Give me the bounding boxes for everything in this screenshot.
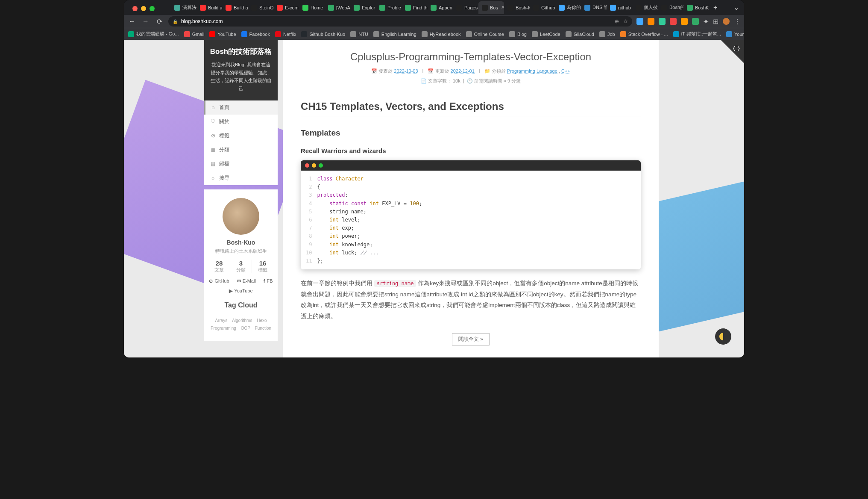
tagcloud: Arrays Algorithms Hexo Programming OOP F… <box>208 317 273 332</box>
browser-tab[interactable]: github <box>607 1 632 14</box>
ext-icon[interactable] <box>659 18 666 25</box>
tag[interactable]: Hexo <box>257 318 267 323</box>
code-content[interactable]: class Character { protected: static cons… <box>317 175 422 265</box>
browser-tab[interactable]: BoshK <box>683 1 709 14</box>
new-tab-button[interactable]: + <box>709 4 721 12</box>
tag[interactable]: Function <box>255 326 271 331</box>
ext-icon[interactable] <box>648 18 654 25</box>
bookmark-item[interactable]: Gmail <box>184 31 205 37</box>
github-icon[interactable]: ⎔ <box>733 44 740 53</box>
profile-link[interactable]: f FB <box>264 278 273 284</box>
profile-link[interactable]: ▶ YouTube <box>229 288 252 294</box>
star-icon[interactable]: ☆ <box>623 18 628 24</box>
lock-icon: 🔒 <box>173 19 178 24</box>
bookmark-item[interactable]: YouTube <box>209 31 236 37</box>
site-title[interactable]: Bosh的技術部落格 <box>209 47 273 56</box>
browser-tab[interactable]: Home <box>299 1 325 14</box>
browser-tab[interactable]: Build a <box>196 1 222 14</box>
bookmark-item[interactable]: Netflix <box>275 31 296 37</box>
bookmark-item[interactable]: Facebook <box>241 31 270 37</box>
tag[interactable]: Arrays <box>215 318 227 323</box>
read-more-button[interactable]: 閱讀全文 » <box>452 333 490 345</box>
browser-tab[interactable]: Build a <box>222 1 248 14</box>
window-controls[interactable] <box>132 6 155 11</box>
browser-tab[interactable]: DNS 管 <box>581 1 607 14</box>
close-tab-icon[interactable]: ✕ <box>501 5 504 10</box>
reload-button[interactable]: ⟳ <box>155 18 164 26</box>
bookmark-item[interactable]: English Learning <box>373 31 416 37</box>
sidebar-nav-item[interactable]: ▤歸檔 <box>204 157 278 171</box>
browser-tab[interactable]: Find th <box>402 1 427 14</box>
sidebar-nav-item[interactable]: ♡關於 <box>204 115 278 129</box>
extensions-icon[interactable]: ✦ <box>703 18 709 26</box>
heading-1: CH15 Templates, Vectors, and Exceptions <box>301 100 641 116</box>
profile-tagline: 轉職路上的土木系碩班生 <box>208 248 273 254</box>
browser-tab[interactable]: 演算法 <box>171 1 196 14</box>
profile-link[interactable]: ✉ E-Mail <box>237 278 256 284</box>
back-button[interactable]: ← <box>127 18 137 25</box>
bookmark-item[interactable]: 我的雲端硬碟 - Go... <box>128 31 179 37</box>
line-numbers: 1234567891011 <box>301 175 317 265</box>
corner-ribbon[interactable] <box>721 40 744 63</box>
post-title[interactable]: Cplusplus-Programming-Templates-Vector-E… <box>301 51 641 63</box>
browser-tab[interactable]: Github <box>530 1 555 14</box>
toolbar: ← → ⟳ 🔒 blog.boshkuo.com ⊕ ☆ ✦ ⊞ ⋮ <box>124 15 744 28</box>
address-bar[interactable]: 🔒 blog.boshkuo.com ⊕ ☆ <box>168 16 632 27</box>
bookmark-item[interactable]: Job <box>599 31 615 37</box>
bookmark-item[interactable]: iT 邦幫忙::一起幫... <box>673 31 721 37</box>
ext-icon[interactable] <box>636 18 643 25</box>
browser-tab[interactable]: Explor <box>350 1 376 14</box>
bookmark-item[interactable]: Your Projects - Ov... <box>726 31 744 37</box>
close-window[interactable] <box>132 6 138 11</box>
darkmode-toggle[interactable] <box>715 328 731 345</box>
bookmark-item[interactable]: NTU <box>350 31 368 37</box>
browser-tab[interactable]: [WebA <box>325 1 350 14</box>
sidebar-nav-item[interactable]: ▦分類 <box>204 143 278 157</box>
tab-dropdown-icon[interactable]: ⌄ <box>728 3 744 12</box>
forward-button[interactable]: → <box>141 18 150 25</box>
browser-tab[interactable]: Proble <box>376 1 402 14</box>
browser-tab[interactable]: Pages <box>453 1 478 14</box>
install-icon[interactable]: ⊕ <box>615 18 619 24</box>
bookmark-item[interactable]: HyRead ebook <box>422 31 461 37</box>
browser-tab[interactable]: Bos✕ <box>478 1 504 14</box>
sidebar-nav-item[interactable]: ⊘標籤 <box>204 129 278 143</box>
bookmark-item[interactable]: Github Bosh-Kuo <box>301 31 345 37</box>
sidebar-profile: Bosh-Kuo 轉職路上的土木系碩班生 28文章3分類16標籤 ⊙ GitHu… <box>204 189 278 341</box>
sidebar-nav-item[interactable]: ⌂首頁 <box>204 100 278 115</box>
browser-tab[interactable]: E-com <box>273 1 299 14</box>
bookmark-item[interactable]: Online Course <box>466 31 504 37</box>
tab-strip: 演算法Build aBuild aSteinOE-comHome[WebAExp… <box>124 0 744 15</box>
site-subtitle: 歡迎來到我Blog! 我將會在這裡分享我的學習經驗、知識、生活，記錄不同人生階段… <box>209 61 273 93</box>
url-text: blog.boshkuo.com <box>181 18 223 24</box>
browser-tab[interactable]: 為你的 <box>555 1 581 14</box>
maximize-window[interactable] <box>150 6 155 11</box>
bookmark-item[interactable]: Stack Overflow - ... <box>620 31 668 37</box>
tag[interactable]: Algorithms <box>232 318 252 323</box>
stat-item[interactable]: 28文章 <box>208 260 230 273</box>
sidebar-header: Bosh的技術部落格 歡迎來到我Blog! 我將會在這裡分享我的學習經驗、知識、… <box>204 40 278 100</box>
sidebar-nav-item[interactable]: ⌕搜尋 <box>204 171 278 185</box>
browser-tab[interactable]: Bosh的 <box>658 1 683 14</box>
stat-item[interactable]: 3分類 <box>230 260 252 273</box>
stat-item[interactable]: 16標籤 <box>252 260 273 273</box>
minimize-window[interactable] <box>141 6 146 11</box>
profile-avatar[interactable] <box>723 18 730 25</box>
menu-icon[interactable]: ⋮ <box>734 18 741 26</box>
profile-link[interactable]: ⊙ GitHub <box>209 278 229 284</box>
bookmark-item[interactable]: Blog <box>509 31 527 37</box>
bookmark-item[interactable]: LeetCode <box>532 31 560 37</box>
browser-tab[interactable]: Bosh-K <box>504 1 530 14</box>
browser-tab[interactable]: SteinO <box>248 1 273 14</box>
puzzle-icon[interactable]: ⊞ <box>713 18 718 26</box>
tag[interactable]: OOP <box>241 326 250 331</box>
ext-icon[interactable] <box>681 18 688 25</box>
ext-icon[interactable] <box>692 18 699 25</box>
browser-tab[interactable]: 個人技 <box>632 1 658 14</box>
profile-links: ⊙ GitHub✉ E-Mailf FB▶ YouTube <box>208 278 273 294</box>
browser-tab[interactable]: Appen <box>427 1 453 14</box>
ext-icon[interactable] <box>670 18 677 25</box>
bookmark-item[interactable]: GliaCloud <box>566 31 594 37</box>
tag[interactable]: Programming <box>211 326 236 331</box>
avatar[interactable] <box>223 198 259 235</box>
